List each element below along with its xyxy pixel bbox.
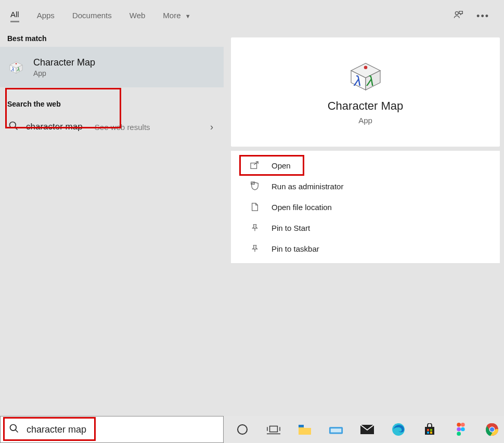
pin-start-action[interactable]: Pin to Start <box>231 217 500 238</box>
svg-point-39 <box>461 427 465 432</box>
pin-start-label: Pin to Start <box>272 224 310 232</box>
search-box[interactable] <box>0 416 224 443</box>
web-result-suffix: - See web results <box>90 123 150 132</box>
search-icon <box>8 121 19 133</box>
pin-taskbar-label: Pin to taskbar <box>272 244 319 253</box>
pin-taskbar-action[interactable]: Pin to taskbar <box>231 238 500 259</box>
chevron-right-icon: › <box>210 122 213 133</box>
svg-rect-31 <box>425 427 434 435</box>
taskbar <box>224 416 504 443</box>
bottom-bar <box>0 416 504 443</box>
charmap-icon: λ λ <box>347 60 384 91</box>
search-icon <box>9 423 19 436</box>
task-view-icon[interactable] <box>266 422 281 437</box>
run-admin-action[interactable]: Run as administrator <box>231 176 500 197</box>
open-icon <box>250 161 260 170</box>
shield-icon <box>250 181 260 191</box>
best-match-title: Character Map <box>33 57 95 68</box>
edge-icon[interactable] <box>391 422 406 437</box>
search-header: All Apps Documents Web More ▼ ••• <box>0 0 504 32</box>
chevron-down-icon: ▼ <box>185 13 191 19</box>
search-input[interactable] <box>27 424 215 435</box>
svg-point-21 <box>238 425 247 434</box>
svg-rect-15 <box>251 163 257 169</box>
cortana-icon[interactable] <box>235 422 250 437</box>
svg-text:λ: λ <box>353 72 361 88</box>
svg-rect-22 <box>270 426 278 432</box>
svg-text:λ: λ <box>366 72 374 88</box>
folder-icon <box>250 202 260 212</box>
preview-pane: λ λ Character Map App Open <box>224 32 504 416</box>
tab-web[interactable]: Web <box>130 11 146 22</box>
web-result-query: character map <box>26 122 83 132</box>
open-location-action[interactable]: Open file location <box>231 197 500 217</box>
keyboard-icon[interactable] <box>329 422 343 437</box>
feedback-icon[interactable] <box>453 9 464 23</box>
header-actions: ••• <box>453 9 500 23</box>
web-search-result[interactable]: character map - See web results › <box>0 112 224 141</box>
svg-rect-32 <box>427 429 429 431</box>
open-action[interactable]: Open <box>231 155 500 176</box>
filter-tabs: All Apps Documents Web More ▼ <box>10 10 191 22</box>
svg-rect-35 <box>430 432 432 434</box>
open-label: Open <box>272 161 291 170</box>
pin-icon <box>250 223 260 232</box>
charmap-icon: λ λ <box>8 59 24 75</box>
svg-point-6 <box>16 63 17 64</box>
svg-point-37 <box>461 423 465 427</box>
tab-apps[interactable]: Apps <box>37 11 55 22</box>
tab-more-label: More <box>163 11 180 20</box>
pin-icon <box>250 244 260 253</box>
svg-point-19 <box>10 425 17 431</box>
best-match-subtitle: App <box>33 69 95 77</box>
svg-rect-34 <box>427 432 429 434</box>
best-match-heading: Best match <box>0 32 224 47</box>
figma-icon[interactable] <box>454 422 468 437</box>
svg-point-40 <box>457 432 461 436</box>
chrome-icon[interactable] <box>485 422 499 437</box>
svg-text:λ: λ <box>17 66 20 72</box>
app-actions: Open Run as administrator Open file loca… <box>231 151 500 263</box>
svg-rect-26 <box>299 425 304 427</box>
tab-all[interactable]: All <box>10 10 19 22</box>
svg-point-0 <box>455 11 458 15</box>
svg-point-7 <box>10 122 16 128</box>
svg-line-8 <box>15 127 18 130</box>
search-web-heading: Search the web <box>0 87 224 112</box>
more-options-icon[interactable]: ••• <box>476 11 489 22</box>
file-explorer-icon[interactable] <box>298 422 312 437</box>
best-match-result[interactable]: λ λ Character Map App <box>0 47 224 87</box>
svg-point-43 <box>490 427 495 432</box>
svg-rect-28 <box>331 428 342 432</box>
preview-title: Character Map <box>328 99 404 113</box>
app-preview-card: λ λ Character Map App <box>231 37 500 147</box>
best-match-text: Character Map App <box>33 57 95 77</box>
tab-more[interactable]: More ▼ <box>163 11 190 22</box>
svg-point-14 <box>364 66 367 69</box>
svg-point-36 <box>457 423 461 427</box>
open-location-label: Open file location <box>272 203 332 212</box>
mail-icon[interactable] <box>360 422 374 437</box>
svg-point-38 <box>457 427 461 432</box>
svg-rect-33 <box>430 429 432 431</box>
preview-subtitle: App <box>358 116 372 125</box>
store-icon[interactable] <box>422 422 437 437</box>
svg-line-20 <box>16 430 18 433</box>
svg-text:λ: λ <box>11 66 14 72</box>
tab-documents[interactable]: Documents <box>72 11 112 22</box>
run-admin-label: Run as administrator <box>272 182 343 191</box>
results-pane: Best match λ λ Character Map App Search … <box>0 32 224 416</box>
